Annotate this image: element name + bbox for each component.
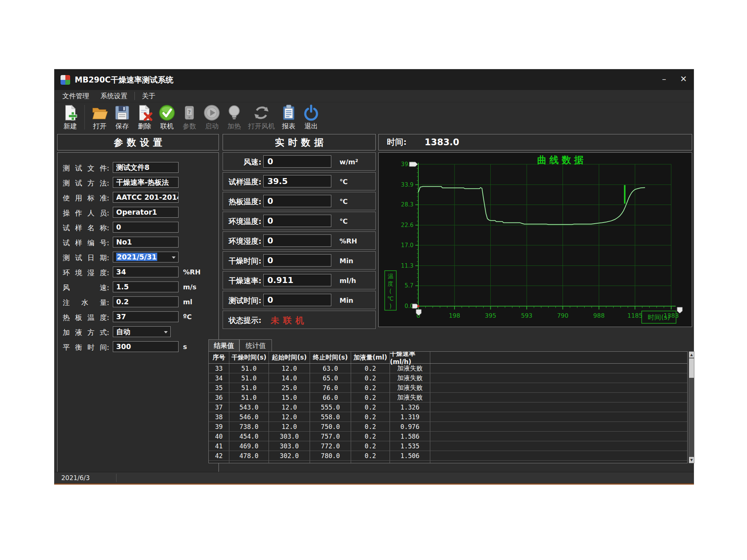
result-row-38[interactable]: 38546.012.0558.00.21.319 xyxy=(209,412,687,422)
result-row-33[interactable]: 3351.012.063.00.2加液失败 xyxy=(209,364,687,373)
param-input-sample-no[interactable]: No1 xyxy=(113,237,179,248)
realtime-unit-ambient-temp: ℃ xyxy=(340,217,348,225)
result-row-34[interactable]: 3451.014.065.00.2加液失败 xyxy=(209,373,687,383)
results-column-header: 加液量(ml) xyxy=(351,352,390,363)
param-input-test-method[interactable]: 干燥速率-热板法 xyxy=(113,177,179,188)
menu-item-about[interactable]: 关于 xyxy=(136,91,161,100)
y-axis-label: ) xyxy=(390,303,392,309)
result-row-42[interactable]: 42478.0302.0780.00.21.506 xyxy=(209,451,687,461)
param-input-test-date[interactable]: 2021/5/31 xyxy=(113,252,179,262)
result-cell: 0.2 xyxy=(351,432,390,441)
result-cell: 0.2 xyxy=(351,422,390,431)
result-cell: 546.0 xyxy=(229,412,269,421)
param-input-water-volume[interactable]: 0.2 xyxy=(113,296,179,307)
menu-item-file[interactable]: 文件管理 xyxy=(57,91,95,100)
result-cell: 0.2 xyxy=(351,402,390,412)
result-cell: 0.2 xyxy=(351,461,390,463)
result-cell: 12.0 xyxy=(269,412,310,421)
result-cell: 302.0 xyxy=(269,451,310,460)
menu-item-system[interactable]: 系统设置 xyxy=(95,91,133,100)
realtime-row-wind-speed: 风速:0w/m² xyxy=(223,152,376,171)
result-row-40[interactable]: 40454.0303.0757.00.21.586 xyxy=(209,432,687,441)
menu-bar: 文件管理 系统设置 关于 xyxy=(55,90,694,102)
result-cell: 0.2 xyxy=(351,412,390,421)
toolbar-button-save[interactable]: 保存 xyxy=(111,103,133,131)
toolbar-button-start[interactable]: 启动 xyxy=(201,103,223,131)
param-input-operator[interactable]: Operator1 xyxy=(113,207,179,218)
param-input-test-file[interactable]: 测试文件8 xyxy=(113,162,179,173)
close-button[interactable]: ✕ xyxy=(677,72,690,85)
param-input-balance-time[interactable]: 300 xyxy=(113,341,179,352)
y-tick-label: 17.0 xyxy=(401,242,413,249)
result-cell: 790.0 xyxy=(229,461,269,463)
toolbar-button-label: 删除 xyxy=(138,122,151,131)
toolbar-button-heat[interactable]: 加热 xyxy=(223,103,245,131)
toolbar-button-fan[interactable]: 打开风机 xyxy=(245,103,278,131)
tab-results-label: 结果值 xyxy=(214,341,234,350)
param-row-standard: 使用标准:AATCC 201-2014 xyxy=(58,192,218,203)
param-label-test-method: 测试方法: xyxy=(63,178,109,188)
result-row-39[interactable]: 39738.012.0750.00.20.976 xyxy=(209,422,687,432)
result-cell: 51.0 xyxy=(229,364,269,373)
realtime-value-test-time: 0 xyxy=(263,294,331,306)
realtime-unit-ambient-humidity: %RH xyxy=(340,237,357,245)
realtime-label-sample-temp: 试样温度: xyxy=(223,177,261,187)
result-cell: 35 xyxy=(209,383,229,392)
result-cell: 558.0 xyxy=(310,412,351,421)
tab-results[interactable]: 结果值 xyxy=(208,339,239,352)
cursor-handle-top-icon xyxy=(409,162,418,167)
new-file-icon xyxy=(62,104,79,121)
result-cell: 478.0 xyxy=(229,451,269,460)
result-row-37[interactable]: 37543.012.0555.00.21.326 xyxy=(209,402,687,412)
heat-bulb-icon xyxy=(226,104,243,121)
result-row-36[interactable]: 3651.015.066.00.2加液失败 xyxy=(209,393,687,402)
realtime-row-ambient-temp: 环境温度:0℃ xyxy=(223,212,376,230)
result-row-35[interactable]: 3551.025.076.00.2加液失败 xyxy=(209,383,687,393)
toolbar-button-delete[interactable]: 删除 xyxy=(133,103,156,131)
realtime-label-status: 状态提示: xyxy=(223,315,261,326)
scrollbar-thumb[interactable] xyxy=(689,358,694,378)
toolbar-button-params[interactable]: ?参数 xyxy=(178,103,201,131)
param-input-dosing-mode[interactable]: 自动 xyxy=(113,326,171,337)
y-axis-label: ( xyxy=(390,288,392,295)
toolbar-button-new[interactable]: 新建 xyxy=(59,103,81,131)
toolbar-separator xyxy=(84,105,85,130)
time-header-value: 1383.0 xyxy=(425,137,459,147)
param-label-water-volume: 注水量: xyxy=(63,298,109,308)
tab-statistics[interactable]: 统计值 xyxy=(239,339,272,352)
param-label-sample-no: 试样编号: xyxy=(63,238,109,248)
temperature-curve-chart[interactable]: 0.05.711.317.022.628.333.939.60198395593… xyxy=(379,153,692,327)
toolbar-button-report[interactable]: 报表 xyxy=(278,103,300,131)
result-cell: 63.0 xyxy=(310,364,351,373)
toolbar-button-connect[interactable]: 联机 xyxy=(156,103,178,131)
toolbar-button-exit[interactable]: 退出 xyxy=(300,103,322,131)
result-cell: 51.0 xyxy=(229,373,269,383)
result-cell: 0.2 xyxy=(351,383,390,392)
x-tick-label: 988 xyxy=(593,312,605,319)
result-cell: 303.0 xyxy=(269,441,310,451)
param-input-wind-speed[interactable]: 1.5 xyxy=(113,281,179,292)
param-input-standard[interactable]: AATCC 201-2014 xyxy=(113,192,179,203)
scroll-up-icon[interactable]: ▲ xyxy=(689,352,694,358)
result-row-41[interactable]: 41469.0303.0772.00.21.535 xyxy=(209,441,687,451)
param-row-test-file: 测试文件:测试文件8 xyxy=(58,162,218,173)
realtime-value-drying-rate: 0.911 xyxy=(263,274,331,286)
realtime-label-test-time: 测试时间: xyxy=(223,296,261,306)
status-bar: 2021/6/3 xyxy=(55,472,694,483)
param-input-sample-name[interactable]: 0 xyxy=(113,222,179,233)
param-row-water-volume: 注水量:0.2ml xyxy=(58,296,218,308)
window-title: MB290C干燥速率测试系统 xyxy=(75,75,173,85)
result-cell: 25.0 xyxy=(269,383,310,392)
minimize-button[interactable]: – xyxy=(658,72,670,85)
result-cell: 750.0 xyxy=(310,422,351,431)
toolbar-button-open[interactable]: 打开 xyxy=(89,103,111,131)
x-tick-label: 1185 xyxy=(627,312,643,319)
desktop: { "window": { "title": "MB290C干燥速率测试系统",… xyxy=(0,0,747,560)
scroll-down-icon[interactable]: ▼ xyxy=(689,457,694,463)
x-axis-label: 时间(s) xyxy=(648,313,670,321)
param-input-ambient-humidity[interactable]: 34 xyxy=(113,267,179,277)
result-row-43[interactable]: 43790.0303.01093.00.20.911 xyxy=(209,461,687,463)
param-input-hotplate-temp[interactable]: 37 xyxy=(113,311,179,322)
param-row-dosing-mode: 加液方式:自动 xyxy=(58,326,218,337)
table-scrollbar[interactable]: ▲ ▼ xyxy=(689,351,694,463)
